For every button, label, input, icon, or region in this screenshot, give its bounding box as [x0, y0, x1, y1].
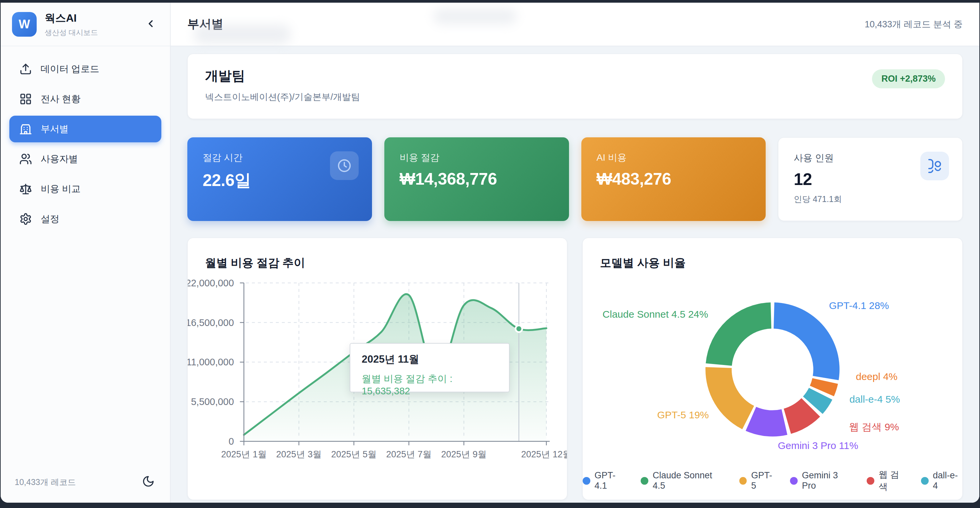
- tooltip-value: 월별 비용 절감 추이 : 15,635,382: [362, 372, 498, 397]
- sidebar-item-label: 사용자별: [41, 153, 78, 165]
- clock-icon: [330, 151, 359, 180]
- svg-text:2025년 7월: 2025년 7월: [387, 449, 432, 459]
- theme-toggle-button[interactable]: [141, 475, 156, 490]
- stat-label: 비용 절감: [400, 151, 554, 164]
- legend-dot: [867, 477, 874, 485]
- building-icon: [19, 123, 32, 135]
- model-usage-chart-card: 모델별 사용 비율 GPT-4.1 28% deepl 4% dall-e-4 …: [582, 238, 963, 500]
- roi-badge: ROI +2,873%: [872, 69, 945, 88]
- svg-text:0: 0: [229, 436, 234, 447]
- stat-cards-row: 절감 시간 22.6일 비용 절감 ₩14,368,776 AI 비용 ₩483…: [187, 137, 963, 221]
- users-icon: [19, 153, 32, 165]
- sidebar-footer: 10,433개 레코드: [1, 468, 170, 503]
- stat-label: AI 비용: [597, 151, 751, 164]
- legend-dot: [641, 477, 648, 485]
- department-card: 개발팀 넥스트이노베이션(주)/기술본부/개발팀 ROI +2,873%: [187, 54, 963, 119]
- tooltip-title: 2025년 11월: [362, 352, 498, 366]
- svg-text:2025년 12월: 2025년 12월: [521, 449, 567, 459]
- sidebar-item-cost-compare[interactable]: 비용 비교: [10, 176, 161, 202]
- sidebar-item-settings[interactable]: 설정: [10, 205, 161, 233]
- sidebar-item-by-department[interactable]: 부서별: [10, 116, 161, 142]
- legend-item-gpt-5[interactable]: GPT-5: [739, 469, 777, 493]
- record-count: 10,433개 레코드: [15, 477, 141, 488]
- page-content: 개발팀 넥스트이노베이션(주)/기술본부/개발팀 ROI +2,873% 절감 …: [171, 46, 979, 503]
- app-window: W 웍스AI 생산성 대시보드 데이터 업로드: [1, 3, 979, 503]
- donut-label-gpt-4-1: GPT-4.1 28%: [829, 300, 889, 311]
- svg-text:22,000,000: 22,000,000: [188, 278, 234, 288]
- legend-dot: [583, 477, 590, 485]
- legend-item-web-search[interactable]: 웹 검색: [867, 469, 908, 493]
- stat-card-ai-cost: AI 비용 ₩483,276: [581, 137, 766, 221]
- legend-label: GPT-4.1: [595, 470, 628, 491]
- sidebar-item-label: 데이터 업로드: [41, 63, 99, 75]
- legend-label: Claude Sonnet 4.5: [653, 470, 726, 491]
- app-name: 웍스AI: [45, 11, 143, 25]
- app-title-block: 웍스AI 생산성 대시보드: [45, 11, 143, 38]
- upload-icon: [19, 63, 32, 75]
- legend-label: GPT-5: [751, 470, 777, 491]
- sidebar: W 웍스AI 생산성 대시보드 데이터 업로드: [1, 3, 171, 503]
- legend-item-gpt-4-1[interactable]: GPT-4.1: [583, 469, 627, 493]
- svg-text:2025년 3월: 2025년 3월: [276, 449, 322, 459]
- scale-icon: [19, 183, 32, 195]
- gear-icon: [19, 213, 32, 225]
- svg-text:5,500,000: 5,500,000: [191, 397, 234, 407]
- sidebar-item-company-overview[interactable]: 전사 현황: [10, 86, 161, 112]
- sidebar-nav: 데이터 업로드 전사 현황 부서별 사용자별: [1, 46, 170, 468]
- donut-label-deepl: deepl 4%: [856, 371, 897, 382]
- legend-item-gemini-3-pro[interactable]: Gemini 3 Pro: [790, 469, 853, 493]
- page-header: 부서별 10,433개 레코드 분석 중: [171, 3, 979, 46]
- sidebar-item-by-user[interactable]: 사용자별: [10, 146, 161, 172]
- donut-legend: GPT-4.1 Claude Sonnet 4.5 GPT-5 Gem: [583, 469, 963, 493]
- donut-segment-claude-sonnet-4-5[interactable]: [706, 303, 772, 366]
- sidebar-header: W 웍스AI 생산성 대시보드: [1, 3, 170, 46]
- main-area: 부서별 10,433개 레코드 분석 중 개발팀 넥스트이노베이션(주)/기술본…: [171, 3, 979, 503]
- donut-label-dall-e-4: dall-e-4 5%: [850, 394, 900, 405]
- sidebar-item-data-upload[interactable]: 데이터 업로드: [10, 56, 161, 82]
- stat-sub-value: 인당 471.1회: [794, 194, 947, 205]
- legend-item-claude-sonnet[interactable]: Claude Sonnet 4.5: [641, 469, 726, 493]
- svg-text:11,000,000: 11,000,000: [188, 357, 234, 367]
- donut-segment-gemini-3-pro[interactable]: [746, 407, 788, 436]
- app-logo: W: [12, 12, 37, 37]
- blurred-content: [433, 9, 517, 24]
- chart-title: 월별 비용 절감 추이: [205, 255, 305, 271]
- chart-title: 모델별 사용 비율: [600, 255, 686, 271]
- blurred-content: [194, 25, 291, 44]
- legend-dot: [739, 477, 747, 485]
- sidebar-item-label: 설정: [41, 213, 59, 225]
- donut-label-gpt-5: GPT-5 19%: [657, 409, 709, 420]
- legend-item-dall-e-4[interactable]: dall-e-4: [921, 469, 963, 493]
- legend-label: 웹 검색: [879, 469, 908, 493]
- chevron-left-icon: [145, 18, 156, 31]
- stat-card-saved-time: 절감 시간 22.6일: [187, 137, 372, 221]
- legend-label: Gemini 3 Pro: [802, 470, 854, 491]
- grid-icon: [19, 93, 32, 105]
- sidebar-collapse-button[interactable]: [143, 16, 159, 32]
- donut-segment-gpt-5[interactable]: [705, 367, 754, 429]
- users-icon: [920, 152, 949, 180]
- legend-dot: [921, 477, 929, 485]
- department-path: 넥스트이노베이션(주)/기술본부/개발팀: [205, 91, 360, 103]
- donut-label-gemini-3-pro: Gemini 3 Pro 11%: [778, 440, 858, 451]
- legend-label: dall-e-4: [933, 470, 963, 491]
- stat-value: ₩14,368,776: [400, 169, 554, 189]
- charts-row: 월별 비용 절감 추이 05,500,00011,000,00016,500,0…: [187, 238, 963, 500]
- moon-icon: [142, 475, 155, 489]
- chart-tooltip: 2025년 11월 월별 비용 절감 추이 : 15,635,382: [350, 343, 510, 392]
- svg-text:2025년 1월: 2025년 1월: [221, 449, 267, 459]
- svg-text:2025년 5월: 2025년 5월: [331, 449, 377, 459]
- department-name: 개발팀: [205, 67, 360, 85]
- analysis-status: 10,433개 레코드 분석 중: [865, 18, 963, 30]
- app-subtitle: 생산성 대시보드: [45, 28, 143, 38]
- sidebar-item-label: 부서별: [41, 123, 68, 135]
- svg-text:2025년 9월: 2025년 9월: [441, 449, 486, 459]
- stat-card-active-users: 사용 인원 12 인당 471.1회: [778, 137, 963, 221]
- stat-card-cost-saved: 비용 절감 ₩14,368,776: [384, 137, 569, 221]
- stat-value: ₩483,276: [597, 169, 751, 189]
- donut-segment-gpt-4-1[interactable]: [774, 303, 840, 380]
- model-usage-donut-chart[interactable]: [583, 238, 963, 499]
- monthly-savings-chart-card: 월별 비용 절감 추이 05,500,00011,000,00016,500,0…: [187, 238, 567, 500]
- svg-text:16,500,000: 16,500,000: [188, 317, 234, 328]
- legend-dot: [790, 477, 798, 485]
